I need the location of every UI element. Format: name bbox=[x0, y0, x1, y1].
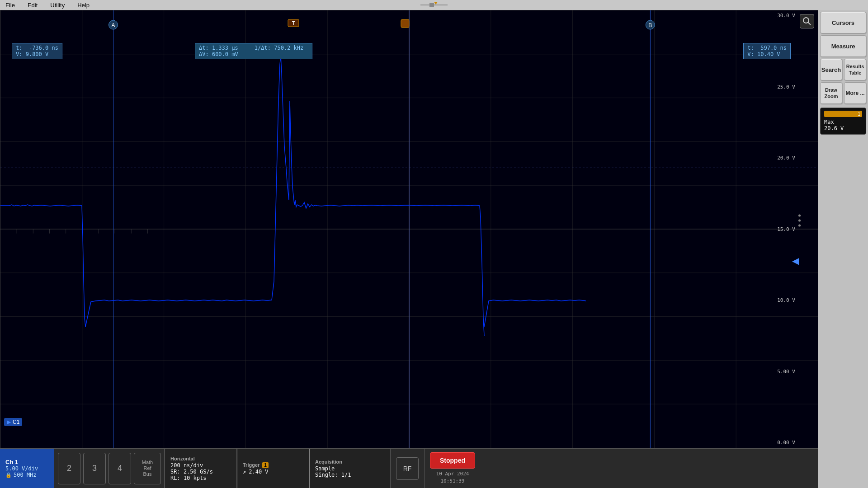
measure-button[interactable]: Measure bbox=[820, 35, 866, 57]
right-arrow-indicator: ◀ bbox=[792, 255, 799, 266]
time-display: 10:51:39 bbox=[436, 478, 469, 484]
ch1-label-text: C1 bbox=[13, 419, 19, 425]
oscilloscope-grid: A B T bbox=[0, 10, 818, 448]
horizontal-title: Horizontal bbox=[170, 456, 231, 461]
rf-section[interactable]: RF bbox=[391, 449, 425, 488]
voltage-5: 5.00 V bbox=[777, 369, 795, 375]
trigger-position-svg bbox=[416, 1, 452, 9]
svg-rect-39 bbox=[401, 19, 409, 28]
cursor-a-readout: t: -736.0 ns V: 9.800 V bbox=[12, 43, 62, 59]
cursor-delta-time: Δt: 1.333 µs 1/Δt: 750.2 kHz bbox=[199, 45, 308, 51]
svg-text:B: B bbox=[648, 22, 652, 28]
svg-line-45 bbox=[808, 22, 811, 25]
trigger-details: ↗ 2.40 V bbox=[243, 469, 303, 475]
date-display: 10 Apr 2024 bbox=[436, 470, 469, 477]
channel-info-panel: 1 Max 20.6 V bbox=[820, 108, 866, 135]
svg-rect-2 bbox=[429, 3, 434, 7]
menu-file[interactable]: File bbox=[4, 2, 17, 9]
voltage-30: 30.0 V bbox=[777, 13, 795, 19]
three-dots-menu[interactable] bbox=[798, 213, 801, 227]
horizontal-rl: RL: 10 kpts bbox=[170, 475, 231, 481]
voltage-15: 15.0 V bbox=[777, 226, 795, 232]
max-label: Max bbox=[824, 119, 862, 125]
svg-text:A: A bbox=[111, 22, 115, 28]
ch1-bw: 500 MHz bbox=[14, 472, 37, 478]
waveform-display[interactable]: A B T bbox=[0, 10, 818, 448]
acquisition-mode: Sample bbox=[315, 465, 385, 472]
stop-section: Stopped 10 Apr 2024 10:51:39 bbox=[425, 449, 481, 488]
trigger-position-indicator[interactable] bbox=[416, 1, 452, 9]
acquisition-title: Acquisition bbox=[315, 459, 385, 465]
bw-icon: 🔒 bbox=[5, 472, 12, 478]
trigger-badge: 1 bbox=[262, 462, 269, 468]
ch4-button[interactable]: 4 bbox=[108, 453, 131, 484]
voltage-20: 20.0 V bbox=[777, 155, 795, 161]
cursor-delta-voltage: ΔV: 600.0 mV bbox=[199, 51, 308, 57]
horizontal-section[interactable]: Horizontal 200 ns/div SR: 2.50 GS/s RL: … bbox=[165, 449, 237, 488]
math-ref-bus-label: Math bbox=[142, 460, 153, 465]
horizontal-sr: SR: 2.50 GS/s bbox=[170, 469, 231, 475]
magnifier-button[interactable] bbox=[800, 14, 814, 28]
acquisition-single: Single: 1/1 bbox=[315, 472, 385, 478]
right-panel: Cursors Measure Search ResultsTable Draw… bbox=[818, 10, 868, 488]
math-ref-label: Ref bbox=[143, 465, 151, 471]
trigger-slope: ↗ bbox=[243, 469, 246, 475]
trigger-voltage: 2.40 V bbox=[249, 469, 268, 475]
cursor-delta-readout: Δt: 1.333 µs 1/Δt: 750.2 kHz ΔV: 600.0 m… bbox=[195, 43, 312, 59]
rf-button[interactable]: RF bbox=[396, 457, 419, 480]
stop-button[interactable]: Stopped bbox=[430, 452, 475, 469]
ch1-section[interactable]: Ch 1 5.00 V/div 🔒 500 MHz bbox=[0, 449, 54, 488]
voltage-10: 10.0 V bbox=[777, 297, 795, 303]
trigger-title: Trigger bbox=[243, 462, 259, 468]
cursor-a-time: t: -736.0 ns bbox=[16, 45, 58, 51]
scope-area: A B T bbox=[0, 10, 818, 488]
magnifier-icon bbox=[802, 17, 811, 26]
menu-help[interactable]: Help bbox=[75, 2, 91, 9]
more-button[interactable]: More ... bbox=[844, 82, 866, 104]
voltage-25: 25.0 V bbox=[777, 84, 795, 90]
draw-zoom-more-row: DrawZoom More ... bbox=[820, 82, 866, 104]
max-value: 20.6 V bbox=[824, 125, 862, 131]
channel-buttons: 2 3 4 Math Ref Bus bbox=[54, 449, 165, 488]
search-results-row: Search ResultsTable bbox=[820, 59, 866, 80]
ch1-arrow-icon: ▶ bbox=[7, 419, 11, 425]
math-ref-bus-button[interactable]: Math Ref Bus bbox=[134, 453, 161, 484]
trigger-title-row: Trigger 1 bbox=[243, 462, 303, 469]
status-bar: Ch 1 5.00 V/div 🔒 500 MHz 2 3 4 Math Ref… bbox=[0, 448, 818, 488]
ch3-button[interactable]: 3 bbox=[83, 453, 106, 484]
menu-utility[interactable]: Utility bbox=[48, 2, 66, 9]
date-time-display: 10 Apr 2024 10:51:39 bbox=[436, 470, 469, 484]
trigger-section[interactable]: Trigger 1 ↗ 2.40 V bbox=[237, 449, 309, 488]
horizontal-ns-div: 200 ns/div bbox=[170, 462, 231, 469]
ch1-title: Ch 1 bbox=[5, 459, 48, 465]
ch1-vdiv: 5.00 V/div bbox=[5, 465, 48, 472]
bus-label: Bus bbox=[143, 471, 152, 477]
channel-bar: 1 bbox=[824, 111, 862, 117]
cursor-a-voltage: V: 9.800 V bbox=[16, 51, 58, 57]
draw-zoom-button[interactable]: DrawZoom bbox=[820, 82, 842, 104]
ch1-bw-row: 🔒 500 MHz bbox=[5, 472, 48, 478]
search-button[interactable]: Search bbox=[820, 59, 842, 80]
ch2-button[interactable]: 2 bbox=[58, 453, 80, 484]
ch1-label[interactable]: ▶ C1 bbox=[4, 418, 22, 426]
cursors-button[interactable]: Cursors bbox=[820, 12, 866, 33]
svg-marker-3 bbox=[434, 2, 438, 5]
menu-edit[interactable]: Edit bbox=[26, 2, 39, 9]
svg-text:T: T bbox=[292, 21, 295, 26]
voltage-0: 0.00 V bbox=[777, 440, 795, 446]
main-content: A B T bbox=[0, 10, 868, 488]
voltage-scale: 30.0 V 25.0 V 20.0 V 15.0 V 10.0 V 5.00 … bbox=[777, 13, 795, 446]
results-table-button[interactable]: ResultsTable bbox=[844, 59, 866, 80]
acquisition-section[interactable]: Acquisition Sample Single: 1/1 bbox=[309, 449, 391, 488]
channel-bar-label: 1 bbox=[858, 112, 860, 117]
menu-bar: File Edit Utility Help bbox=[0, 0, 868, 10]
